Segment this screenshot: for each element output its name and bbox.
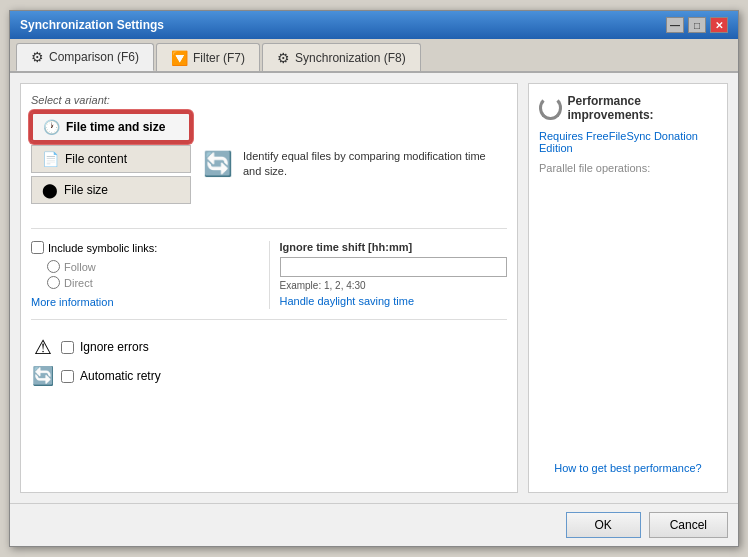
performance-icon xyxy=(539,96,562,120)
time-shift-example: Example: 1, 2, 4:30 xyxy=(280,280,508,291)
errors-section: ⚠ Ignore errors 🔄 Automatic retry xyxy=(31,330,507,387)
best-performance-link[interactable]: How to get best performance? xyxy=(539,462,717,474)
file-size-icon: ⬤ xyxy=(42,182,58,198)
ignore-errors-icon: ⚠ xyxy=(31,335,55,359)
ignore-errors-label: Ignore errors xyxy=(80,340,149,354)
tab-filter[interactable]: 🔽 Filter (F7) xyxy=(156,43,260,71)
minimize-button[interactable]: — xyxy=(666,17,684,33)
window-controls: — □ ✕ xyxy=(666,17,728,33)
follow-radio-row: Follow xyxy=(47,260,259,273)
follow-label: Follow xyxy=(64,261,96,273)
tab-filter-label: Filter (F7) xyxy=(193,51,245,65)
description-icon: 🔄 xyxy=(203,150,233,178)
close-button[interactable]: ✕ xyxy=(710,17,728,33)
options-section: Include symbolic links: Follow Direct Mo… xyxy=(31,241,507,320)
daylight-saving-link[interactable]: Handle daylight saving time xyxy=(280,295,415,307)
performance-title: Performance improvements: xyxy=(539,94,717,122)
direct-label: Direct xyxy=(64,277,93,289)
sync-tab-icon: ⚙ xyxy=(277,50,290,66)
footer-buttons: OK Cancel xyxy=(10,503,738,546)
auto-retry-row: 🔄 Automatic retry xyxy=(31,365,507,387)
tab-comparison-label: Comparison (F6) xyxy=(49,50,139,64)
parallel-operations-label: Parallel file operations: xyxy=(539,162,717,174)
cancel-button[interactable]: Cancel xyxy=(649,512,728,538)
variant-buttons: 🕐 File time and size 📄 File content ⬤ Fi… xyxy=(31,112,191,204)
tab-synchronization[interactable]: ⚙ Synchronization (F8) xyxy=(262,43,421,71)
time-shift-input[interactable] xyxy=(280,257,508,277)
variant-file-size-label: File size xyxy=(64,183,108,197)
description-text: Identify equal files by comparing modifi… xyxy=(243,149,507,180)
left-panel: Select a variant: 🕐 File time and size 📄… xyxy=(20,83,518,493)
symbolic-links-label: Include symbolic links: xyxy=(48,242,157,254)
file-content-icon: 📄 xyxy=(42,151,59,167)
donation-link[interactable]: Requires FreeFileSync Donation Edition xyxy=(539,130,717,154)
symbolic-links-section: Include symbolic links: Follow Direct Mo… xyxy=(31,241,270,309)
performance-title-text: Performance improvements: xyxy=(568,94,717,122)
comparison-tab-icon: ⚙ xyxy=(31,49,44,65)
time-shift-label: Ignore time shift [hh:mm] xyxy=(280,241,508,253)
direct-radio[interactable] xyxy=(47,276,60,289)
ignore-errors-row: ⚠ Ignore errors xyxy=(31,335,507,359)
maximize-button[interactable]: □ xyxy=(688,17,706,33)
file-time-size-icon: 🕐 xyxy=(43,119,60,135)
variant-file-content-label: File content xyxy=(65,152,127,166)
ok-button[interactable]: OK xyxy=(566,512,641,538)
variant-select-label: Select a variant: xyxy=(31,94,507,106)
ignore-errors-checkbox[interactable] xyxy=(61,341,74,354)
symbolic-links-checkbox[interactable] xyxy=(31,241,44,254)
content-area: Select a variant: 🕐 File time and size 📄… xyxy=(10,73,738,503)
main-window: Synchronization Settings — □ ✕ ⚙ Compari… xyxy=(9,10,739,547)
variant-file-time-size-label: File time and size xyxy=(66,120,165,134)
follow-radio[interactable] xyxy=(47,260,60,273)
tab-bar: ⚙ Comparison (F6) 🔽 Filter (F7) ⚙ Synchr… xyxy=(10,39,738,73)
direct-radio-row: Direct xyxy=(47,276,259,289)
auto-retry-checkbox[interactable] xyxy=(61,370,74,383)
variant-file-time-size-button[interactable]: 🕐 File time and size xyxy=(31,112,191,142)
auto-retry-icon: 🔄 xyxy=(31,365,55,387)
symbolic-links-checkbox-row: Include symbolic links: xyxy=(31,241,259,254)
tab-comparison[interactable]: ⚙ Comparison (F6) xyxy=(16,43,154,71)
auto-retry-label: Automatic retry xyxy=(80,369,161,383)
more-info-link[interactable]: More information xyxy=(31,296,114,308)
window-title: Synchronization Settings xyxy=(20,18,164,32)
right-panel: Performance improvements: Requires FreeF… xyxy=(528,83,728,493)
tab-sync-label: Synchronization (F8) xyxy=(295,51,406,65)
variant-file-content-button[interactable]: 📄 File content xyxy=(31,145,191,173)
bottom-link-area: How to get best performance? xyxy=(539,452,717,482)
variant-file-size-button[interactable]: ⬤ File size xyxy=(31,176,191,204)
description-area: 🔄 Identify equal files by comparing modi… xyxy=(203,112,507,216)
filter-tab-icon: 🔽 xyxy=(171,50,188,66)
title-bar: Synchronization Settings — □ ✕ xyxy=(10,11,738,39)
time-shift-section: Ignore time shift [hh:mm] Example: 1, 2,… xyxy=(280,241,508,309)
